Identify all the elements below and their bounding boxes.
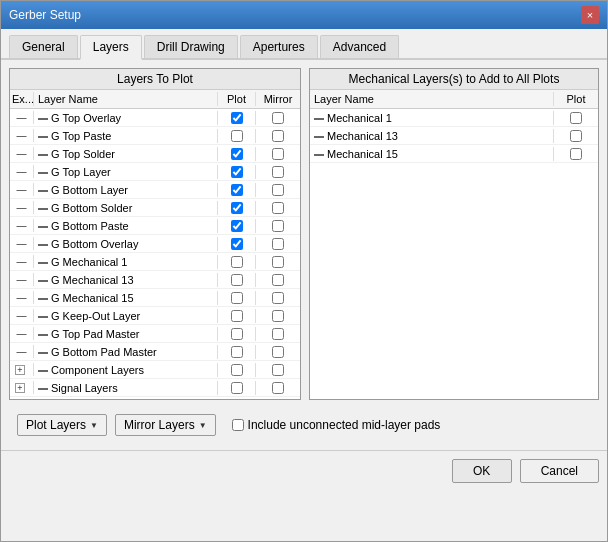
- plot-checkbox[interactable]: [231, 328, 243, 340]
- table-row[interactable]: —G Mechanical 1: [10, 253, 300, 271]
- plot-checkbox[interactable]: [231, 346, 243, 358]
- layer-dash-icon: [38, 190, 48, 192]
- plot-checkbox[interactable]: [231, 292, 243, 304]
- layer-dash-icon: [38, 316, 48, 318]
- mirror-layers-arrow-icon: ▼: [199, 421, 207, 430]
- plot-layers-label: Plot Layers: [26, 418, 86, 432]
- plot-checkbox[interactable]: [231, 274, 243, 286]
- ok-button[interactable]: OK: [452, 459, 512, 483]
- mirror-checkbox[interactable]: [272, 166, 284, 178]
- mirror-layers-label: Mirror Layers: [124, 418, 195, 432]
- expand-icon[interactable]: +: [15, 365, 25, 375]
- right-panel: Mechanical Layers(s) to Add to All Plots…: [309, 68, 599, 400]
- table-row[interactable]: —G Bottom Pad Master: [10, 343, 300, 361]
- layer-dash-icon: [38, 172, 48, 174]
- layer-dash-icon: [38, 280, 48, 282]
- table-row[interactable]: Mechanical 1: [310, 109, 598, 127]
- col-plot-header: Plot: [218, 92, 256, 106]
- plot-checkbox[interactable]: [231, 382, 243, 394]
- mirror-checkbox[interactable]: [272, 130, 284, 142]
- mirror-checkbox[interactable]: [272, 238, 284, 250]
- plot-checkbox[interactable]: [231, 364, 243, 376]
- mirror-checkbox[interactable]: [272, 256, 284, 268]
- mirror-checkbox[interactable]: [272, 364, 284, 376]
- layer-dash-icon: [38, 208, 48, 210]
- include-unconnected-label[interactable]: Include unconnected mid-layer pads: [232, 418, 441, 432]
- close-button[interactable]: ×: [581, 6, 599, 24]
- mirror-checkbox[interactable]: [272, 382, 284, 394]
- mirror-checkbox[interactable]: [272, 274, 284, 286]
- col-mirror-header: Mirror: [256, 92, 300, 106]
- table-row[interactable]: +Signal Layers: [10, 379, 300, 397]
- layer-dash-icon: [38, 226, 48, 228]
- plot-checkbox[interactable]: [231, 112, 243, 124]
- mirror-checkbox[interactable]: [272, 310, 284, 322]
- mirror-checkbox[interactable]: [272, 184, 284, 196]
- right-col-plot-header: Plot: [554, 92, 598, 106]
- table-row[interactable]: —G Bottom Overlay: [10, 235, 300, 253]
- table-row[interactable]: Mechanical 13: [310, 127, 598, 145]
- mechanical-plot-checkbox[interactable]: [570, 112, 582, 124]
- mirror-checkbox[interactable]: [272, 220, 284, 232]
- layer-dash-icon: [38, 244, 48, 246]
- cancel-button[interactable]: Cancel: [520, 459, 599, 483]
- table-row[interactable]: —G Mechanical 13: [10, 271, 300, 289]
- plot-checkbox[interactable]: [231, 148, 243, 160]
- mechanical-plot-checkbox[interactable]: [570, 130, 582, 142]
- tab-bar: General Layers Drill Drawing Apertures A…: [1, 29, 607, 60]
- right-col-name-header: Layer Name: [310, 92, 554, 106]
- plot-checkbox[interactable]: [231, 238, 243, 250]
- include-unconnected-text: Include unconnected mid-layer pads: [248, 418, 441, 432]
- table-row[interactable]: —G Top Paste: [10, 127, 300, 145]
- table-row[interactable]: Mechanical 15: [310, 145, 598, 163]
- table-row[interactable]: +Electrical Layers: [10, 397, 300, 399]
- main-content: Layers To Plot Ex... Layer Name Plot Mir…: [1, 60, 607, 450]
- expand-icon[interactable]: +: [15, 383, 25, 393]
- mirror-checkbox[interactable]: [272, 112, 284, 124]
- layer-dash-icon: [38, 262, 48, 264]
- table-row[interactable]: —G Top Layer: [10, 163, 300, 181]
- tab-advanced[interactable]: Advanced: [320, 35, 399, 58]
- dialog-footer: OK Cancel: [1, 450, 607, 491]
- plot-checkbox[interactable]: [231, 166, 243, 178]
- plot-checkbox[interactable]: [231, 310, 243, 322]
- layer-dash-icon: [38, 370, 48, 372]
- layer-dash-icon: [38, 154, 48, 156]
- layers-list: —G Top Overlay—G Top Paste—G Top Solder—…: [10, 109, 300, 399]
- table-row[interactable]: —G Mechanical 15: [10, 289, 300, 307]
- tab-general[interactable]: General: [9, 35, 78, 58]
- table-row[interactable]: —G Top Pad Master: [10, 325, 300, 343]
- mirror-checkbox[interactable]: [272, 148, 284, 160]
- title-bar: Gerber Setup ×: [1, 1, 607, 29]
- left-col-headers: Ex... Layer Name Plot Mirror: [10, 90, 300, 109]
- left-panel-header: Layers To Plot: [10, 69, 300, 90]
- mechanical-plot-checkbox[interactable]: [570, 148, 582, 160]
- layer-dash-icon: [38, 388, 48, 390]
- right-col-headers: Layer Name Plot: [310, 90, 598, 109]
- plot-checkbox[interactable]: [231, 202, 243, 214]
- plot-layers-arrow-icon: ▼: [90, 421, 98, 430]
- mirror-checkbox[interactable]: [272, 202, 284, 214]
- layer-dash-icon: [38, 298, 48, 300]
- plot-checkbox[interactable]: [231, 220, 243, 232]
- include-unconnected-checkbox[interactable]: [232, 419, 244, 431]
- left-panel: Layers To Plot Ex... Layer Name Plot Mir…: [9, 68, 301, 400]
- plot-layers-button[interactable]: Plot Layers ▼: [17, 414, 107, 436]
- table-row[interactable]: —G Bottom Layer: [10, 181, 300, 199]
- mirror-checkbox[interactable]: [272, 292, 284, 304]
- plot-checkbox[interactable]: [231, 184, 243, 196]
- mirror-layers-button[interactable]: Mirror Layers ▼: [115, 414, 216, 436]
- mirror-checkbox[interactable]: [272, 328, 284, 340]
- table-row[interactable]: —G Bottom Paste: [10, 217, 300, 235]
- table-row[interactable]: —G Keep-Out Layer: [10, 307, 300, 325]
- tab-apertures[interactable]: Apertures: [240, 35, 318, 58]
- mirror-checkbox[interactable]: [272, 346, 284, 358]
- tab-drill-drawing[interactable]: Drill Drawing: [144, 35, 238, 58]
- table-row[interactable]: +Component Layers: [10, 361, 300, 379]
- table-row[interactable]: —G Bottom Solder: [10, 199, 300, 217]
- table-row[interactable]: —G Top Solder: [10, 145, 300, 163]
- tab-layers[interactable]: Layers: [80, 35, 142, 60]
- plot-checkbox[interactable]: [231, 130, 243, 142]
- plot-checkbox[interactable]: [231, 256, 243, 268]
- table-row[interactable]: —G Top Overlay: [10, 109, 300, 127]
